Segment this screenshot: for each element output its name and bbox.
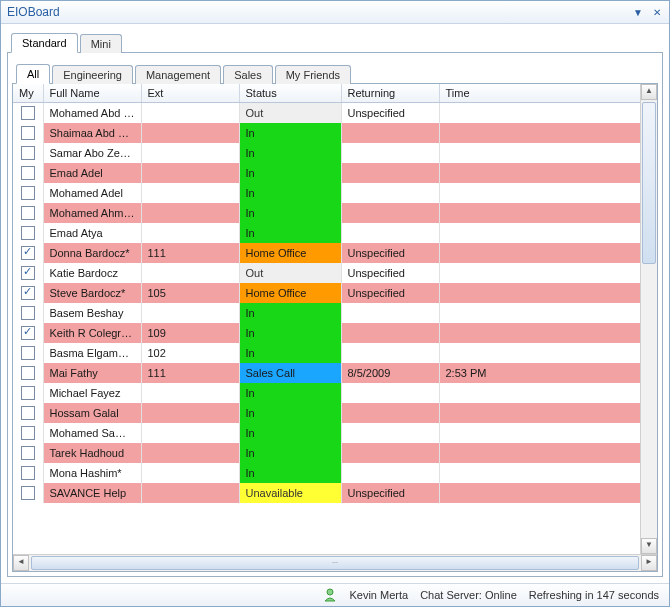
vscroll-track[interactable] bbox=[641, 100, 657, 538]
my-checkbox[interactable] bbox=[21, 206, 35, 220]
col-time[interactable]: Time bbox=[439, 84, 641, 103]
my-checkbox[interactable] bbox=[21, 306, 35, 320]
hscroll-track[interactable]: ··· bbox=[29, 555, 641, 571]
my-checkbox-cell[interactable] bbox=[13, 483, 43, 503]
vertical-scrollbar[interactable]: ▲ ▼ bbox=[640, 84, 657, 554]
scroll-up-arrow[interactable]: ▲ bbox=[641, 84, 657, 100]
cell-time bbox=[439, 203, 641, 223]
data-grid: My Full Name Ext Status Returning Time M… bbox=[13, 84, 657, 503]
my-checkbox-cell[interactable] bbox=[13, 443, 43, 463]
table-row[interactable]: Mai Fathy111Sales Call8/5/20092:53 PM bbox=[13, 363, 657, 383]
col-my[interactable]: My bbox=[13, 84, 43, 103]
my-checkbox-cell[interactable] bbox=[13, 363, 43, 383]
my-checkbox[interactable] bbox=[21, 406, 35, 420]
my-checkbox[interactable] bbox=[21, 286, 35, 300]
my-checkbox[interactable] bbox=[21, 326, 35, 340]
horizontal-scrollbar[interactable]: ◄ ··· ► bbox=[13, 554, 657, 571]
filter-tab-engineering[interactable]: Engineering bbox=[52, 65, 133, 84]
my-checkbox-cell[interactable] bbox=[13, 263, 43, 283]
my-checkbox-cell[interactable] bbox=[13, 143, 43, 163]
minimize-button[interactable]: ▼ bbox=[631, 7, 645, 18]
scroll-right-arrow[interactable]: ► bbox=[641, 555, 657, 571]
my-checkbox-cell[interactable] bbox=[13, 423, 43, 443]
my-checkbox[interactable] bbox=[21, 386, 35, 400]
my-checkbox[interactable] bbox=[21, 266, 35, 280]
my-checkbox[interactable] bbox=[21, 486, 35, 500]
table-row[interactable]: Keith R Colegrove*109In bbox=[13, 323, 657, 343]
cell-status: In bbox=[239, 163, 341, 183]
my-checkbox-cell[interactable] bbox=[13, 403, 43, 423]
filter-tab-my-friends[interactable]: My Friends bbox=[275, 65, 351, 84]
my-checkbox-cell[interactable] bbox=[13, 243, 43, 263]
my-checkbox-cell[interactable] bbox=[13, 463, 43, 483]
my-checkbox-cell[interactable] bbox=[13, 303, 43, 323]
col-returning[interactable]: Returning bbox=[341, 84, 439, 103]
my-checkbox[interactable] bbox=[21, 246, 35, 260]
my-checkbox-cell[interactable] bbox=[13, 183, 43, 203]
table-row[interactable]: Emad AtyaIn bbox=[13, 223, 657, 243]
svg-point-0 bbox=[327, 589, 333, 595]
my-checkbox-cell[interactable] bbox=[13, 163, 43, 183]
my-checkbox-cell[interactable] bbox=[13, 203, 43, 223]
hscroll-thumb[interactable]: ··· bbox=[31, 556, 639, 570]
my-checkbox-cell[interactable] bbox=[13, 383, 43, 403]
table-row[interactable]: Steve Bardocz*105Home OfficeUnspecified bbox=[13, 283, 657, 303]
cell-status: In bbox=[239, 383, 341, 403]
cell-returning bbox=[341, 463, 439, 483]
table-row[interactable]: Basem BeshayIn bbox=[13, 303, 657, 323]
table-row[interactable]: Mohamed Same...In bbox=[13, 423, 657, 443]
my-checkbox-cell[interactable] bbox=[13, 103, 43, 124]
table-row[interactable]: Samar Abo Zeed*In bbox=[13, 143, 657, 163]
scroll-left-arrow[interactable]: ◄ bbox=[13, 555, 29, 571]
my-checkbox[interactable] bbox=[21, 126, 35, 140]
table-row[interactable]: SAVANCE HelpUnavailableUnspecified bbox=[13, 483, 657, 503]
my-checkbox[interactable] bbox=[21, 366, 35, 380]
cell-fullname: Emad Adel bbox=[43, 163, 141, 183]
table-row[interactable]: Donna Bardocz*111Home OfficeUnspecified bbox=[13, 243, 657, 263]
table-row[interactable]: Mohamed AhmedIn bbox=[13, 203, 657, 223]
my-checkbox-cell[interactable] bbox=[13, 123, 43, 143]
my-checkbox[interactable] bbox=[21, 166, 35, 180]
my-checkbox-cell[interactable] bbox=[13, 323, 43, 343]
cell-ext bbox=[141, 483, 239, 503]
cell-time bbox=[439, 263, 641, 283]
table-row[interactable]: Basma Elgammal*102In bbox=[13, 343, 657, 363]
my-checkbox-cell[interactable] bbox=[13, 223, 43, 243]
my-checkbox[interactable] bbox=[21, 106, 35, 120]
table-row[interactable]: Shaimaa Abd El ...In bbox=[13, 123, 657, 143]
table-row[interactable]: Mohamed AdelIn bbox=[13, 183, 657, 203]
top-tab-mini[interactable]: Mini bbox=[80, 34, 122, 53]
table-row[interactable]: Mona Hashim*In bbox=[13, 463, 657, 483]
close-button[interactable]: ✕ bbox=[651, 7, 663, 18]
cell-returning bbox=[341, 143, 439, 163]
vscroll-thumb[interactable] bbox=[642, 102, 656, 264]
my-checkbox[interactable] bbox=[21, 186, 35, 200]
cell-status: In bbox=[239, 143, 341, 163]
col-ext[interactable]: Ext bbox=[141, 84, 239, 103]
my-checkbox[interactable] bbox=[21, 146, 35, 160]
my-checkbox[interactable] bbox=[21, 446, 35, 460]
filter-tab-management[interactable]: Management bbox=[135, 65, 221, 84]
filter-tab-all[interactable]: All bbox=[16, 64, 50, 84]
cell-returning: 8/5/2009 bbox=[341, 363, 439, 383]
my-checkbox[interactable] bbox=[21, 346, 35, 360]
table-row[interactable]: Michael FayezIn bbox=[13, 383, 657, 403]
my-checkbox-cell[interactable] bbox=[13, 283, 43, 303]
table-row[interactable]: Hossam GalalIn bbox=[13, 403, 657, 423]
filter-tab-sales[interactable]: Sales bbox=[223, 65, 273, 84]
table-row[interactable]: Katie BardoczOutUnspecified bbox=[13, 263, 657, 283]
col-status[interactable]: Status bbox=[239, 84, 341, 103]
col-fullname[interactable]: Full Name bbox=[43, 84, 141, 103]
table-row[interactable]: Mohamed Abd El...OutUnspecified bbox=[13, 103, 657, 124]
scroll-down-arrow[interactable]: ▼ bbox=[641, 538, 657, 554]
my-checkbox[interactable] bbox=[21, 226, 35, 240]
cell-ext bbox=[141, 143, 239, 163]
top-tab-standard[interactable]: Standard bbox=[11, 33, 78, 53]
my-checkbox[interactable] bbox=[21, 466, 35, 480]
cell-fullname: Mohamed Adel bbox=[43, 183, 141, 203]
cell-status: In bbox=[239, 183, 341, 203]
my-checkbox[interactable] bbox=[21, 426, 35, 440]
table-row[interactable]: Tarek HadhoudIn bbox=[13, 443, 657, 463]
table-row[interactable]: Emad AdelIn bbox=[13, 163, 657, 183]
my-checkbox-cell[interactable] bbox=[13, 343, 43, 363]
